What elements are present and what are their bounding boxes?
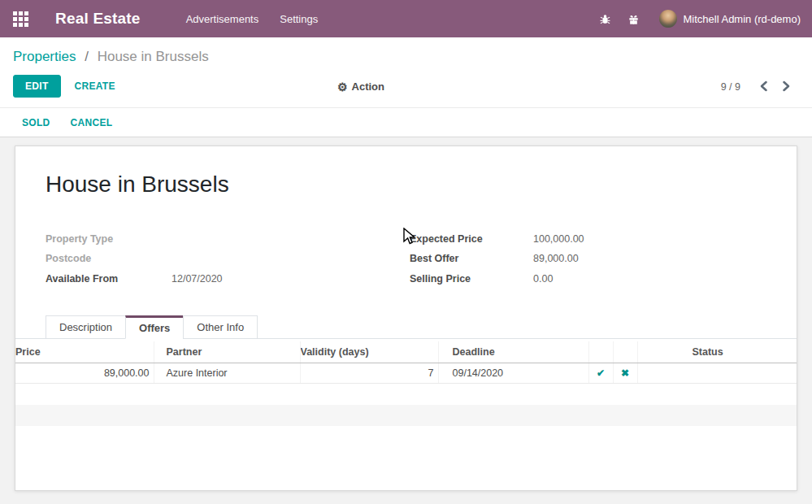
column-header-refuse — [613, 341, 637, 363]
menu-item-advertisements[interactable]: Advertisements — [186, 13, 259, 25]
cancel-button[interactable]: CANCEL — [71, 117, 113, 128]
offer-row[interactable]: 89,000.00 Azure Interior 7 09/14/2020 ✔ … — [15, 363, 797, 384]
accept-offer-icon[interactable]: ✔ — [597, 368, 605, 378]
create-button[interactable]: CREATE — [75, 80, 115, 92]
selling-price-value: 0.00 — [533, 273, 553, 285]
field-column-left: Property Type Postcode Available From 12… — [46, 229, 410, 289]
form-sheet: House in Brussels Property Type Postcode… — [15, 146, 797, 491]
column-header-price[interactable]: Price — [15, 341, 154, 363]
column-header-validity[interactable]: Validity (days) — [300, 341, 438, 363]
offers-table-header: Price Partner Validity (days) Deadline S… — [15, 341, 797, 363]
action-menu-button[interactable]: ⚙ Action — [337, 80, 384, 93]
gift-icon[interactable] — [627, 12, 640, 25]
control-panel: Properties / House in Brussels EDIT CREA… — [0, 37, 812, 108]
postcode-label: Postcode — [46, 253, 172, 264]
empty-row-shaded — [15, 405, 797, 426]
breadcrumb-properties-link[interactable]: Properties — [13, 49, 76, 64]
pager: 9 / 9 — [721, 80, 792, 93]
action-label: Action — [352, 80, 384, 93]
offers-table: Price Partner Validity (days) Deadline S… — [15, 341, 797, 426]
field-column-right: Expected Price 100,000.00 Best Offer 89,… — [410, 229, 767, 289]
top-menu: Advertisements Settings — [186, 13, 319, 25]
app-brand[interactable]: Real Estate — [55, 10, 141, 28]
navbar-right: Mitchell Admin (rd-demo) — [599, 10, 801, 28]
pager-next-icon[interactable] — [780, 80, 792, 93]
refuse-offer-icon[interactable]: ✖ — [621, 368, 629, 378]
gear-icon: ⚙ — [337, 80, 348, 92]
column-header-deadline[interactable]: Deadline — [438, 341, 588, 363]
record-title: House in Brussels — [46, 171, 797, 198]
available-from-label: Available From — [46, 273, 172, 285]
edit-button[interactable]: EDIT — [13, 75, 61, 98]
top-navbar: Real Estate Advertisements Settings — [0, 0, 812, 37]
offer-price: 89,000.00 — [15, 363, 154, 384]
notebook-tabs: Description Offers Other Info — [15, 315, 797, 339]
avatar[interactable] — [659, 10, 677, 28]
best-offer-label: Best Offer — [410, 253, 533, 264]
bug-icon[interactable] — [599, 12, 612, 25]
pager-value: 9 / 9 — [721, 80, 740, 92]
field-selling-price: Selling Price 0.00 — [410, 269, 767, 289]
breadcrumb-separator: / — [85, 49, 89, 64]
pager-previous-icon[interactable] — [758, 80, 770, 93]
field-expected-price: Expected Price 100,000.00 — [410, 229, 767, 249]
column-header-accept — [588, 341, 613, 363]
control-panel-buttons: EDIT CREATE ⚙ Action 9 / 9 — [13, 75, 799, 98]
apps-grid-icon[interactable] — [13, 11, 28, 27]
sold-button[interactable]: SOLD — [22, 117, 50, 128]
user-menu[interactable]: Mitchell Admin (rd-demo) — [684, 13, 801, 25]
breadcrumb-current: House in Brussels — [98, 49, 209, 64]
tab-other-info[interactable]: Other Info — [183, 315, 258, 339]
expected-price-label: Expected Price — [410, 233, 533, 245]
tab-offers[interactable]: Offers — [125, 315, 184, 339]
selling-price-label: Selling Price — [410, 273, 533, 285]
menu-item-settings[interactable]: Settings — [280, 13, 318, 25]
offer-validity: 7 — [300, 363, 438, 384]
field-best-offer: Best Offer 89,000.00 — [410, 249, 767, 268]
form-view-content: House in Brussels Property Type Postcode… — [0, 146, 812, 504]
expected-price-value: 100,000.00 — [533, 233, 584, 245]
column-header-status[interactable]: Status — [637, 341, 797, 363]
available-from-value: 12/07/2020 — [172, 273, 223, 285]
offer-deadline: 09/14/2020 — [438, 363, 588, 384]
best-offer-value: 89,000.00 — [533, 253, 579, 264]
field-available-from: Available From 12/07/2020 — [46, 269, 410, 289]
field-grid: Property Type Postcode Available From 12… — [46, 229, 797, 289]
field-postcode: Postcode — [46, 249, 410, 268]
statusbar: SOLD CANCEL — [0, 108, 812, 137]
column-header-partner[interactable]: Partner — [154, 341, 300, 363]
empty-row — [15, 384, 797, 405]
offer-status — [637, 363, 797, 384]
offer-partner: Azure Interior — [154, 363, 300, 384]
breadcrumb: Properties / House in Brussels — [13, 48, 799, 66]
tab-description[interactable]: Description — [46, 315, 126, 339]
property-type-label: Property Type — [46, 233, 172, 245]
field-property-type: Property Type — [46, 229, 410, 249]
